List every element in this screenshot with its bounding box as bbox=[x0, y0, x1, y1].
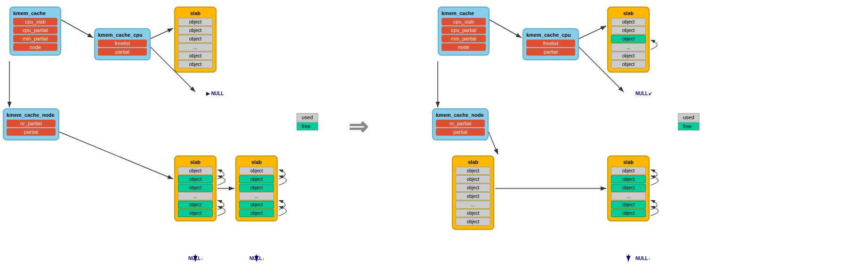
right-slab-top-obj-4: object bbox=[611, 52, 646, 60]
right-slab-br-obj-0: object bbox=[611, 167, 646, 175]
left-slab-bottom-left: slab object object object ... object obj… bbox=[174, 155, 217, 221]
legend-used: used bbox=[297, 113, 318, 122]
svg-line-6 bbox=[59, 132, 173, 179]
left-slab-bl-obj-5: object bbox=[178, 209, 213, 217]
left-slab-top-obj-4: object bbox=[178, 52, 213, 60]
left-kmem-cache-cpu-freelist: freelist bbox=[98, 40, 147, 47]
right-slab-top: slab object object object ... object obj… bbox=[607, 7, 650, 73]
svg-line-10 bbox=[490, 20, 522, 38]
right-slab-left-obj-6: object bbox=[456, 218, 490, 226]
right-kmem-cache-field-3: node bbox=[442, 43, 486, 51]
right-kmem-cache-field-1: cpu_partial bbox=[442, 26, 486, 34]
right-slab-left-obj-0: object bbox=[456, 167, 490, 175]
left-slab-top-obj-1: object bbox=[178, 26, 213, 34]
left-slab-bl-obj-2: object bbox=[178, 184, 213, 192]
right-slab-top-obj-5: object bbox=[611, 60, 646, 68]
left-kmem-cache-node-field-0: nr_partial bbox=[7, 120, 56, 127]
legend-free: free bbox=[297, 122, 318, 130]
right-kmem-cache-node: kmem_cache_node nr_partial partial bbox=[432, 108, 489, 140]
right-legend-free: free bbox=[678, 122, 699, 130]
svg-line-2 bbox=[61, 20, 93, 38]
right-slab-left-obj-5: object bbox=[456, 209, 490, 217]
null-label-top-left: ▶ NULL bbox=[206, 91, 224, 96]
left-kmem-cache-field-0: cpu_slab bbox=[13, 18, 57, 25]
left-kmem-cache-cpu: kmem_cache_cpu freelist partial bbox=[94, 28, 151, 60]
right-slab-top-obj-2: object bbox=[611, 35, 646, 43]
left-legend: used free bbox=[297, 113, 318, 130]
left-slab-bl-obj-0: object bbox=[178, 167, 213, 175]
right-slab-left: slab object object object object ... obj… bbox=[452, 155, 494, 230]
left-slab-top-obj-3: ... bbox=[178, 43, 213, 51]
right-kmem-cache-title: kmem_cache bbox=[442, 10, 486, 16]
left-slab-br-obj-3: ... bbox=[239, 192, 274, 200]
right-slab-left-obj-3: object bbox=[456, 192, 490, 200]
right-kmem-cache-node-field-0: nr_partial bbox=[436, 120, 485, 127]
left-slab-bl-obj-1: object bbox=[178, 175, 213, 183]
left-slab-bottom-right-title: slab bbox=[239, 159, 274, 165]
left-slab-bottom-right: slab object object object ... object obj… bbox=[235, 155, 278, 221]
right-kmem-cache-cpu-freelist: freelist bbox=[526, 40, 575, 47]
right-kmem-cache-node-title: kmem_cache_node bbox=[436, 112, 485, 118]
right-slab-br-obj-4: object bbox=[611, 201, 646, 209]
left-slab-top: slab object object object ... object obj… bbox=[174, 7, 217, 73]
svg-line-4 bbox=[151, 28, 173, 39]
right-slab-br-obj-3: ... bbox=[611, 192, 646, 200]
left-kmem-cache: kmem_cache cpu_slab cpu_partial min_part… bbox=[9, 7, 61, 56]
left-slab-bl-obj-4: object bbox=[178, 201, 213, 209]
left-slab-br-obj-4: object bbox=[239, 201, 274, 209]
null-label-right-top: NULL↙ bbox=[635, 91, 652, 96]
right-slab-top-obj-0: object bbox=[611, 18, 646, 26]
right-slab-br-obj-5: object bbox=[611, 209, 646, 217]
right-slab-top-obj-3: ... bbox=[611, 43, 646, 51]
left-slab-top-obj-5: object bbox=[178, 60, 213, 68]
left-slab-br-obj-0: object bbox=[239, 167, 274, 175]
left-kmem-cache-title: kmem_cache bbox=[13, 10, 57, 16]
left-slab-br-obj-5: object bbox=[239, 209, 274, 217]
left-slab-br-obj-2: object bbox=[239, 184, 274, 192]
left-kmem-cache-node: kmem_cache_node nr_partial partial bbox=[3, 108, 59, 140]
left-kmem-cache-cpu-partial: partial bbox=[98, 48, 147, 56]
left-slab-top-title: slab bbox=[178, 10, 213, 16]
null-label-bottom-right: NULL↓ bbox=[249, 256, 265, 261]
diagram-container: kmem_cache cpu_slab cpu_partial min_part… bbox=[0, 0, 868, 277]
left-slab-top-obj-2: object bbox=[178, 35, 213, 43]
left-kmem-cache-node-field-1: partial bbox=[7, 128, 56, 136]
right-legend-used: used bbox=[678, 113, 699, 122]
left-slab-br-obj-1: object bbox=[239, 175, 274, 183]
left-slab-bottom-left-title: slab bbox=[178, 159, 213, 165]
left-slab-top-obj-0: object bbox=[178, 18, 213, 26]
left-slab-bl-obj-3: ... bbox=[178, 192, 213, 200]
right-slab-br-obj-2: object bbox=[611, 184, 646, 192]
null-label-bottom-left: NULL↓ bbox=[188, 256, 203, 261]
svg-line-12 bbox=[579, 26, 606, 39]
null-label-right-bottom: NULL↓ bbox=[635, 256, 651, 261]
right-slab-top-title: slab bbox=[611, 10, 646, 16]
left-kmem-cache-field-2: min_partial bbox=[13, 35, 57, 42]
right-kmem-cache-field-2: min_partial bbox=[442, 35, 486, 42]
left-kmem-cache-field-3: node bbox=[13, 43, 57, 51]
right-slab-top-obj-1: object bbox=[611, 26, 646, 34]
right-kmem-cache-field-0: cpu_slab bbox=[442, 18, 486, 25]
right-slab-bottom-right: slab object object object ... object obj… bbox=[607, 155, 650, 221]
left-kmem-cache-node-title: kmem_cache_node bbox=[7, 112, 56, 118]
left-kmem-cache-cpu-title: kmem_cache_cpu bbox=[98, 32, 147, 38]
right-legend: used free bbox=[678, 113, 699, 130]
right-slab-left-title: slab bbox=[456, 159, 490, 165]
transition-arrow: ⇒ bbox=[348, 113, 368, 140]
right-slab-left-obj-4: ... bbox=[456, 201, 490, 209]
right-slab-left-obj-1: object bbox=[456, 175, 490, 183]
right-kmem-cache-cpu-title: kmem_cache_cpu bbox=[526, 32, 575, 38]
right-kmem-cache-cpu-partial: partial bbox=[526, 48, 575, 56]
left-kmem-cache-field-1: cpu_partial bbox=[13, 26, 57, 34]
right-kmem-cache-cpu: kmem_cache_cpu freelist partial bbox=[522, 28, 579, 60]
svg-line-14 bbox=[489, 132, 498, 155]
right-slab-bottom-right-title: slab bbox=[611, 159, 646, 165]
right-slab-br-obj-1: object bbox=[611, 175, 646, 183]
right-kmem-cache-node-field-1: partial bbox=[436, 128, 485, 136]
right-slab-left-obj-2: object bbox=[456, 184, 490, 192]
right-kmem-cache: kmem_cache cpu_slab cpu_partial min_part… bbox=[438, 7, 490, 56]
